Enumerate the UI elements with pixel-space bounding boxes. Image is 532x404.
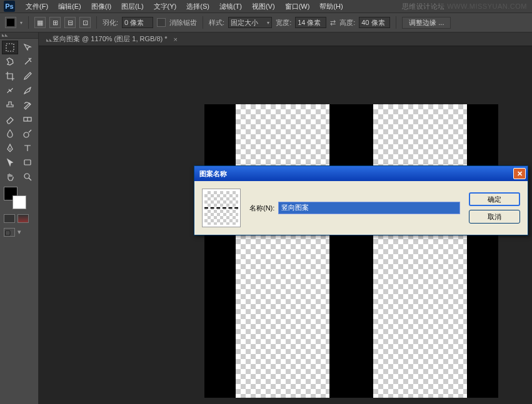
preset-dropdown-icon[interactable]: ▾ [20,20,23,26]
options-bar: ▾ ▦ ⊞ ⊟ ⊡ 羽化: 消除锯齿 样式: 固定大小▾ 宽度: ⇄ 高度: 调… [0,12,532,32]
pattern-name-dialog: 图案名称 ✕ 名称(N): 竖向图案 确定 取消 [194,165,528,235]
history-brush-tool-icon[interactable] [19,98,36,112]
ok-button[interactable]: 确定 [469,192,520,206]
pattern-preview [202,189,241,227]
svg-point-5 [24,174,29,179]
bool-new-icon[interactable]: ▦ [34,17,46,28]
height-input[interactable] [359,17,390,28]
svg-rect-4 [24,160,31,165]
zoom-tool-icon[interactable] [19,170,36,184]
crop-tool-icon[interactable] [2,69,18,83]
quickmask-mode-icon[interactable] [18,214,29,223]
type-tool-icon[interactable] [19,141,36,155]
eyedropper-tool-icon[interactable] [19,69,36,83]
move-tool-icon[interactable] [19,41,36,54]
app-logo: Ps [4,1,15,12]
marquee-preset-icon[interactable] [5,17,16,28]
menu-file[interactable]: 文件(F) [21,1,53,12]
screen-mode-dropdown-icon[interactable]: ▾ [18,228,21,237]
feather-label: 羽化: [103,18,118,27]
menu-filter[interactable]: 滤镜(T) [215,1,246,12]
document-tab-label: 竖向图案 @ 1170% (图层 1, RGB/8) * [53,34,168,44]
menu-edit[interactable]: 编辑(E) [54,1,86,12]
refine-edge-button[interactable]: 调整边缘 ... [402,17,451,29]
name-field-label: 名称(N): [249,204,274,213]
menu-layer[interactable]: 图层(L) [117,1,148,12]
stamp-tool-icon[interactable] [2,98,18,112]
pen-tool-icon[interactable] [2,141,18,155]
menu-bar: Ps 文件(F) 编辑(E) 图像(I) 图层(L) 文字(Y) 选择(S) 滤… [0,0,532,12]
feather-input[interactable] [122,17,153,28]
wand-tool-icon[interactable] [19,55,36,69]
healing-brush-tool-icon[interactable] [2,84,18,97]
menu-help[interactable]: 帮助(H) [315,1,347,12]
watermark: 思维设计论坛 WWW.MISSYUAN.COM [402,2,527,11]
dialog-titlebar[interactable]: 图案名称 ✕ [194,166,528,181]
style-label: 样式: [209,18,224,27]
eraser-tool-icon[interactable] [2,112,18,126]
menu-window[interactable]: 窗口(W) [281,1,314,12]
brush-tool-icon[interactable] [19,84,36,97]
blur-tool-icon[interactable] [2,127,18,140]
color-swatches[interactable] [0,185,38,213]
menu-select[interactable]: 选择(S) [182,1,214,12]
shape-tool-icon[interactable] [19,155,36,169]
tools-drag-handle[interactable] [0,32,38,39]
svg-point-3 [24,132,29,137]
hand-tool-icon[interactable] [2,170,18,184]
bool-add-icon[interactable]: ⊞ [49,17,61,28]
dialog-title: 图案名称 [199,169,227,179]
close-tab-icon[interactable]: × [174,36,178,43]
style-dropdown[interactable]: 固定大小▾ [228,17,272,28]
svg-rect-1 [6,44,14,51]
standard-mode-icon[interactable] [4,214,15,223]
menu-view[interactable]: 视图(V) [248,1,279,12]
antialias-checkbox[interactable] [157,18,166,27]
background-swatch[interactable] [13,195,26,209]
path-select-tool-icon[interactable] [2,155,18,169]
menu-type[interactable]: 文字(Y) [149,1,181,12]
width-label: 宽度: [276,18,291,27]
width-input[interactable] [295,17,326,28]
canvas[interactable] [204,104,498,398]
dodge-tool-icon[interactable] [19,127,36,140]
cancel-button[interactable]: 取消 [469,210,520,224]
screen-mode-icon[interactable]: ▢ [4,228,15,237]
pattern-name-input[interactable]: 竖向图案 [278,202,460,214]
swap-wh-icon[interactable]: ⇄ [330,19,336,27]
antialias-label: 消除锯齿 [169,18,197,27]
document-tab[interactable]: ◣◣ 竖向图案 @ 1170% (图层 1, RGB/8) * × [39,32,532,46]
bool-subtract-icon[interactable]: ⊟ [64,17,76,28]
height-label: 高度: [339,18,355,27]
close-icon[interactable]: ✕ [513,168,526,179]
lasso-tool-icon[interactable] [2,55,18,69]
tools-panel: ▢ ▾ [0,32,39,404]
menu-image[interactable]: 图像(I) [87,1,116,12]
marquee-tool-icon[interactable] [2,41,18,54]
gradient-tool-icon[interactable] [19,112,36,126]
bool-intersect-icon[interactable]: ⊡ [79,17,91,28]
svg-rect-0 [7,19,14,26]
